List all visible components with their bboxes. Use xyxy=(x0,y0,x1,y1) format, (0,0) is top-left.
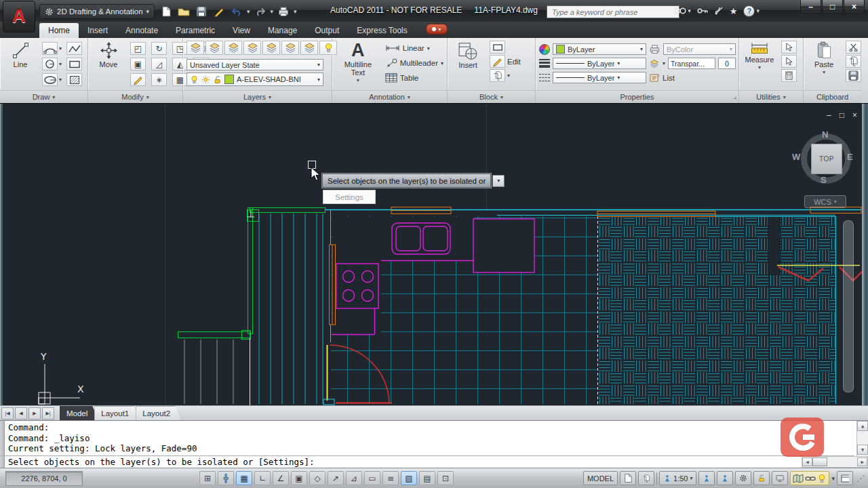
layer-states-button[interactable] xyxy=(205,41,223,55)
tab-annotate[interactable]: Annotate xyxy=(117,23,167,38)
tab-layout2[interactable]: Layout2 xyxy=(136,406,181,421)
arc-tool[interactable] xyxy=(42,42,58,55)
wcs-menu[interactable]: WCS▾ xyxy=(804,195,846,208)
communication-button[interactable] xyxy=(714,6,724,16)
workspace-switch-button[interactable] xyxy=(735,471,751,485)
redo-button[interactable] xyxy=(253,5,268,18)
tab-output[interactable]: Output xyxy=(306,23,348,38)
grid-display-toggle[interactable]: ╬ xyxy=(218,471,234,485)
list-button[interactable]: List xyxy=(649,71,736,84)
drawing-minimize-button[interactable]: – xyxy=(827,110,831,120)
utilities-panel-label[interactable]: Utilities▾ xyxy=(739,90,803,103)
osnap3d-toggle[interactable]: ◇ xyxy=(309,471,326,485)
redo-dropdown[interactable]: ▾ xyxy=(271,8,274,15)
annotation-scale-button[interactable]: 1:50 ▾ xyxy=(659,471,696,485)
save-button[interactable] xyxy=(194,5,209,18)
object-color-dropdown[interactable]: ByLayer ▾ xyxy=(553,43,646,55)
viewcube-top-face[interactable]: TOP xyxy=(811,144,842,174)
favorites-button[interactable]: ★ xyxy=(730,6,738,16)
close-button[interactable]: × xyxy=(844,0,865,14)
help-button[interactable]: ?▾ xyxy=(743,5,760,17)
move-tool[interactable]: Move xyxy=(92,41,125,69)
rotate-tool[interactable]: ↻ xyxy=(151,42,167,55)
search-button[interactable]: ▾ xyxy=(674,7,691,15)
scroll-down-button[interactable]: ▼ xyxy=(857,445,868,455)
status-menu-caret[interactable]: ▾ xyxy=(831,475,835,482)
object-color-control[interactable]: ByLayer ▾ xyxy=(539,43,646,56)
ellipse-caret[interactable]: ▾ xyxy=(59,77,62,83)
annotation-panel-label[interactable]: Annotation▾ xyxy=(332,90,447,103)
lineweight-dropdown[interactable]: ByLayer ▾ xyxy=(553,58,646,69)
osnap-toggle[interactable]: ▣ xyxy=(291,471,307,485)
command-window[interactable]: Command: Command: _layiso Current settin… xyxy=(0,420,868,468)
tab-model[interactable]: Model xyxy=(60,406,98,421)
drawing-canvas[interactable]: Y X – □ × N S W E TOP WCS▾ Select object… xyxy=(0,103,868,406)
quick-view-layouts-button[interactable] xyxy=(620,471,636,485)
block-create-button[interactable] xyxy=(490,41,505,54)
undo-button[interactable] xyxy=(229,5,244,18)
ducs-toggle[interactable]: ⊿ xyxy=(346,471,362,485)
toolbar-lock-button[interactable] xyxy=(753,471,770,485)
multileader-tool[interactable]: Multileader▾ xyxy=(385,56,443,70)
block-edit-button[interactable]: Edit xyxy=(490,55,521,68)
draw-panel-label[interactable]: Draw▾ xyxy=(0,90,87,103)
tab-layout1[interactable]: Layout1 xyxy=(94,406,140,421)
parquet-floor[interactable] xyxy=(597,216,836,404)
layer-dropdown[interactable]: A-ELEV-SHAD-BNI ▾ xyxy=(186,73,323,86)
polar-toggle[interactable]: ∠ xyxy=(273,471,289,485)
block-attributes-button[interactable]: ▾ xyxy=(490,69,521,82)
cut-button[interactable] xyxy=(846,41,861,54)
paste-special-button[interactable] xyxy=(846,69,861,82)
stretch-tool[interactable]: ▣ xyxy=(130,58,146,70)
transparency-control[interactable]: ▾ Transpar... 0 xyxy=(649,57,736,70)
application-menu-button[interactable]: A xyxy=(3,1,35,33)
tab-express-tools[interactable]: Express Tools xyxy=(348,23,416,38)
connect-button[interactable]: ▾ xyxy=(426,24,448,35)
clean-screen-button[interactable] xyxy=(837,471,853,485)
deck-boards[interactable] xyxy=(259,214,323,404)
modify-panel-label[interactable]: Modify▾ xyxy=(88,90,182,103)
multileader-caret[interactable]: ▾ xyxy=(441,60,443,66)
tab-home[interactable]: Home xyxy=(39,23,79,38)
rectangle-tool[interactable] xyxy=(66,58,82,70)
kitchen-tile-floor[interactable] xyxy=(331,216,597,404)
isolate-objects-button[interactable] xyxy=(817,474,827,483)
arc-caret[interactable]: ▾ xyxy=(59,45,62,52)
viewcube-south[interactable]: S xyxy=(821,175,827,185)
subscription-button[interactable] xyxy=(697,7,708,14)
qat-overflow[interactable]: ▾ xyxy=(294,8,297,15)
linetype-dropdown[interactable]: ByLayer ▾ xyxy=(553,72,646,83)
copy-tool[interactable]: ◰ xyxy=(130,42,146,55)
workspace-switcher[interactable]: 2D Drafting & Annotation ▾ xyxy=(39,4,155,19)
drawing-close-button[interactable]: × xyxy=(852,110,857,120)
autoscale-button[interactable] xyxy=(717,471,733,485)
lineweight-control[interactable]: ByLayer ▾ xyxy=(539,57,646,70)
coordinates-display[interactable]: 2276, 8704, 0 xyxy=(5,471,83,486)
tab-insert[interactable]: Insert xyxy=(79,23,117,38)
floor-plan[interactable]: Y X xyxy=(0,104,868,406)
tab-manage[interactable]: Manage xyxy=(259,23,306,38)
command-grip[interactable] xyxy=(0,421,5,468)
viewcube-east[interactable]: E xyxy=(847,152,853,162)
ucs-icon[interactable] xyxy=(39,364,80,404)
paste-tool[interactable]: Paste ▾ xyxy=(807,41,841,76)
properties-panel-label[interactable]: Properties⌟ xyxy=(536,90,738,103)
viewcube-west[interactable]: W xyxy=(792,152,800,162)
tab-view[interactable]: View xyxy=(224,23,259,38)
deck-outline[interactable] xyxy=(178,208,326,340)
layer-properties-button[interactable] xyxy=(186,41,204,55)
scroll-right-button[interactable]: ▶ xyxy=(857,458,867,466)
linear-dim-tool[interactable]: Linear▾ xyxy=(385,41,443,56)
quick-select-button[interactable] xyxy=(781,41,797,54)
drawing-restore-button[interactable]: □ xyxy=(840,110,844,120)
scroll-up-button[interactable]: ▲ xyxy=(857,421,868,431)
annotation-visibility-button[interactable] xyxy=(698,471,715,485)
transparency-toggle[interactable]: ▨ xyxy=(401,471,417,485)
selection-cycling-toggle[interactable]: ⊡ xyxy=(437,471,454,485)
command-hscrollbar[interactable]: ◀ ▶ xyxy=(802,456,868,468)
resize-grip[interactable]: ⋰ xyxy=(856,474,865,483)
tab-nav-first[interactable]: |◀ xyxy=(1,407,14,420)
island-block[interactable] xyxy=(473,219,534,272)
tab-nav-last[interactable]: ▶| xyxy=(42,407,54,420)
linetype-control[interactable]: ByLayer ▾ xyxy=(539,71,646,84)
